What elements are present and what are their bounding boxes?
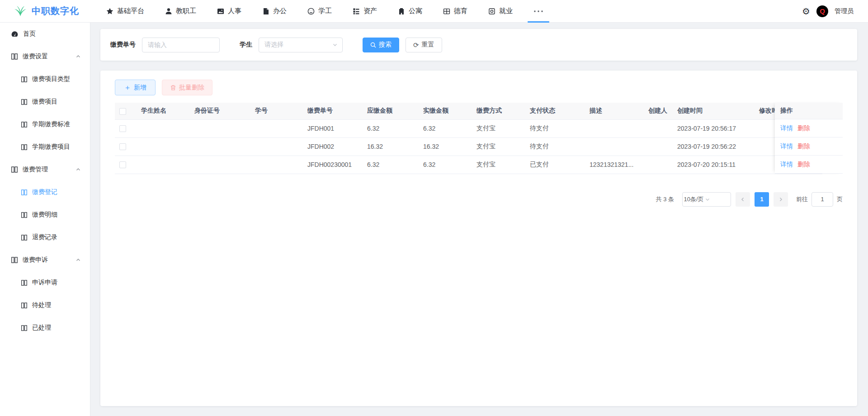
prev-page-button[interactable]	[736, 192, 750, 207]
cell-created-at: 2023-07-19 20:56:17	[673, 119, 755, 137]
refresh-icon: ⟳	[413, 42, 419, 48]
cell-order-no: JFDH002	[303, 137, 363, 156]
operation-column: 操作 详情 删除 详情 删除 详情 删除	[775, 103, 843, 174]
add-button-label: 新增	[134, 84, 146, 92]
sidebar-item-label: 缴费项目	[32, 98, 57, 106]
sidebar-group-label: 缴费申诉	[23, 256, 48, 264]
cell-amount-due: 6.32	[363, 119, 419, 137]
chevron-up-icon	[75, 257, 81, 263]
chevron-up-icon	[75, 54, 81, 59]
cell-pay-method: 支付宝	[472, 156, 525, 174]
table-toolbar: ＋ 新增 批量删除	[115, 80, 843, 95]
page-size-select[interactable]: 10条/页	[682, 192, 731, 207]
nav-item-platform[interactable]: 基础平台	[96, 0, 155, 23]
detail-link[interactable]: 详情	[780, 142, 793, 151]
detail-link[interactable]: 详情	[780, 161, 793, 169]
cell-pay-method: 支付宝	[472, 137, 525, 156]
next-page-button[interactable]	[774, 192, 788, 207]
batch-delete-button[interactable]: 批量删除	[162, 80, 212, 95]
sidebar-item-semester-payment-item[interactable]: 学期缴费项目	[0, 136, 90, 158]
row-checkbox[interactable]	[119, 143, 126, 150]
user-name[interactable]: 管理员	[835, 7, 854, 15]
notebook-icon	[21, 99, 28, 105]
table-header-row: 学生姓名 身份证号 学号 缴费单号 应缴金额 实缴金额 缴费方式 支付状态 描述…	[115, 103, 822, 119]
add-button[interactable]: ＋ 新增	[115, 80, 156, 95]
notebook-icon	[21, 325, 28, 331]
col-amount-paid: 实缴金额	[419, 103, 472, 119]
student-select[interactable]: 请选择	[259, 38, 343, 52]
gear-icon[interactable]: ⚙	[802, 7, 810, 16]
notebook-icon	[11, 256, 18, 264]
sidebar-item-label: 申诉申请	[32, 279, 57, 287]
nav-item-office[interactable]: 办公	[252, 0, 297, 23]
order-no-input[interactable]	[142, 38, 220, 52]
app-title: 中职数字化	[32, 5, 79, 17]
sidebar-group-payment-management[interactable]: 缴费管理	[0, 158, 90, 181]
sidebar-item-home[interactable]: 首页	[0, 23, 90, 45]
cell-amount-due: 16.32	[363, 137, 419, 156]
row-checkbox[interactable]	[119, 125, 126, 132]
top-navbar: 中职数字化 基础平台 教职工 人事 办公 学工 资产 公寓	[0, 0, 868, 23]
trash-icon	[170, 85, 176, 91]
row-actions: 详情 删除	[775, 119, 843, 137]
sidebar-item-semester-payment-standard[interactable]: 学期缴费标准	[0, 113, 90, 136]
sidebar-group-payment-appeal[interactable]: 缴费申诉	[0, 249, 90, 271]
sidebar-item-payment-detail[interactable]: 缴费明细	[0, 203, 90, 226]
delete-link[interactable]: 删除	[797, 161, 810, 169]
badge-icon	[488, 8, 495, 15]
col-created-at: 创建时间	[673, 103, 755, 119]
chevron-right-icon	[778, 197, 783, 202]
cell-student-no	[250, 119, 303, 137]
sidebar-group-payment-settings[interactable]: 缴费设置	[0, 45, 90, 68]
sidebar-item-payment-item-type[interactable]: 缴费项目类型	[0, 68, 90, 90]
cell-amount-paid: 16.32	[419, 137, 472, 156]
row-actions: 详情 删除	[775, 137, 843, 156]
cell-pay-status: 已支付	[525, 156, 585, 174]
sidebar-item-processed[interactable]: 已处理	[0, 317, 90, 339]
plus-icon: ＋	[124, 84, 131, 91]
nav-item-apartment[interactable]: 公寓	[387, 0, 433, 23]
cell-created-at: 2023-07-19 20:56:22	[673, 137, 755, 156]
sidebar-item-payment-item[interactable]: 缴费项目	[0, 90, 90, 113]
sidebar-item-label: 学期缴费标准	[32, 120, 70, 128]
cell-student-name	[137, 156, 190, 174]
row-checkbox[interactable]	[119, 161, 126, 168]
reset-button[interactable]: ⟳ 重置	[406, 38, 442, 52]
detail-link[interactable]: 详情	[780, 124, 793, 132]
page-size-value: 10条/页	[683, 195, 705, 203]
nav-item-staff[interactable]: 教职工	[155, 0, 207, 23]
user-icon	[165, 8, 172, 15]
search-button[interactable]: 搜索	[363, 38, 399, 52]
nav-item-student-affairs[interactable]: 学工	[297, 0, 342, 23]
batch-delete-label: 批量删除	[179, 84, 204, 92]
delete-link[interactable]: 删除	[797, 142, 810, 151]
sidebar-item-pending[interactable]: 待处理	[0, 294, 90, 317]
delete-link[interactable]: 删除	[797, 124, 810, 132]
select-all-checkbox[interactable]	[119, 108, 126, 115]
sidebar-item-label: 缴费登记	[32, 188, 57, 196]
nav-item-more[interactable]	[523, 0, 554, 23]
grid-icon	[443, 8, 450, 15]
nav-label: 人事	[228, 7, 241, 15]
col-student-no: 学号	[250, 103, 303, 119]
nav-label: 就业	[499, 7, 513, 15]
leaf-icon	[14, 5, 27, 17]
pagination-total: 共 3 条	[656, 195, 674, 203]
nav-item-moral-education[interactable]: 德育	[433, 0, 478, 23]
nav-item-hr[interactable]: 人事	[207, 0, 252, 23]
sidebar-item-payment-registration[interactable]: 缴费登记	[0, 181, 90, 203]
col-description: 描述	[585, 103, 644, 119]
nav-item-employment[interactable]: 就业	[478, 0, 523, 23]
star-icon	[106, 8, 113, 15]
page-number-button[interactable]: 1	[755, 192, 769, 207]
avatar[interactable]: Q	[816, 5, 828, 17]
notebook-icon	[21, 234, 28, 241]
goto-page-input[interactable]	[811, 192, 833, 207]
reset-button-label: 重置	[422, 41, 434, 49]
nav-item-assets[interactable]: 资产	[342, 0, 387, 23]
data-table: 学生姓名 身份证号 学号 缴费单号 应缴金额 实缴金额 缴费方式 支付状态 描述…	[115, 103, 843, 174]
sidebar-item-refund-record[interactable]: 退费记录	[0, 226, 90, 249]
col-operation: 操作	[775, 103, 843, 119]
sidebar-item-appeal-apply[interactable]: 申诉申请	[0, 271, 90, 294]
nav-label: 学工	[318, 7, 332, 15]
